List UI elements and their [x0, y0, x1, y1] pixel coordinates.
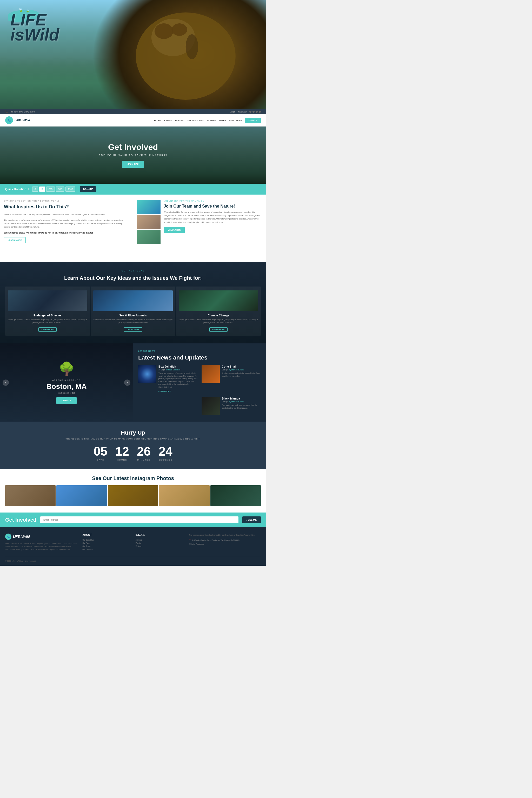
snail-author: by Mark McKohen: [229, 369, 244, 371]
footer-link-animals[interactable]: Animals: [136, 539, 184, 541]
instagram-photo-5[interactable]: [210, 485, 261, 506]
footer-about-col: About Our Candidate Our Party Our Team O…: [82, 534, 130, 551]
volunteer-images: [137, 200, 160, 256]
footer: 🐾 LIFE isWild Content written in the pra…: [0, 527, 266, 566]
climate-learn-more-button[interactable]: LEARN MORE: [209, 327, 227, 332]
hero-logo-text: LIFE isWild: [11, 13, 59, 42]
countdown-hours-number: 12: [115, 445, 129, 458]
inspires-section: STANDING TOGETHER FOR A BETTER WORLD Wha…: [0, 194, 133, 262]
amount-5[interactable]: 5: [39, 187, 45, 192]
amount-3[interactable]: 3: [32, 187, 38, 192]
mamba-image: [202, 397, 220, 415]
snail-title: Cone Snail: [222, 365, 261, 368]
countdown-days: 05 DAYS: [94, 445, 107, 461]
footer-email-link[interactable]: Website Feedback: [189, 543, 261, 545]
jellyfish-learn-more[interactable]: LEARN MORE: [158, 391, 171, 392]
countdown-seconds: 24 SECONDS: [158, 445, 172, 461]
forest-image: [179, 290, 258, 311]
countdown-minutes-label: MINUTES: [137, 459, 151, 461]
key-ideas-title: Learn About Our Key Ideas and the Issues…: [5, 274, 261, 281]
donation-amounts: 3 5 $25 $50 $100: [32, 187, 75, 192]
inspires-learn-more-button[interactable]: LEARN MORE: [4, 237, 26, 243]
amount-25[interactable]: $25: [46, 187, 55, 192]
lecture-next-button[interactable]: ›: [124, 380, 130, 386]
social-youtube[interactable]: [259, 111, 261, 113]
nav-links-container: HOME ABOUT ISSUES GET INVOLVED EVENTS ME…: [154, 118, 261, 123]
social-twitter[interactable]: [252, 111, 254, 113]
jellyfish-excerpt: There are a number of species of box jel…: [158, 372, 198, 388]
news-tag: LATEST NEWS: [138, 350, 261, 352]
hurry-up-section: Hurry Up THE CLOCK IS TICKING, SO HURRY …: [0, 422, 266, 469]
social-instagram[interactable]: [255, 111, 258, 113]
login-link[interactable]: Login: [230, 110, 235, 113]
footer-link-projects[interactable]: Our Projects: [82, 548, 130, 550]
social-facebook[interactable]: [249, 111, 251, 113]
sea-river-title: Sea & River Animals: [93, 314, 173, 317]
news-title: Latest News and Updates: [138, 354, 261, 361]
donate-now-button[interactable]: DONATE: [80, 186, 96, 192]
top-bar: 📞 Toll-free: 800 (234) 6789 Login Regist…: [0, 109, 266, 114]
volunteer-img-3: [137, 230, 160, 244]
footer-description: Content written in the practice of prote…: [5, 542, 77, 551]
footer-link-testing[interactable]: Testing: [136, 545, 184, 547]
sea-river-learn-more-button[interactable]: LEARN MORE: [124, 327, 142, 332]
news-section: LATEST NEWS Latest News and Updates Box …: [133, 343, 266, 422]
snail-image: [202, 365, 220, 383]
hero-logo-container: 🍃 🍃 LIFE isWild: [11, 8, 59, 42]
amount-100[interactable]: $100: [65, 187, 75, 192]
currency-symbol: $: [28, 187, 30, 191]
register-link[interactable]: Register: [238, 110, 247, 113]
mamba-date: 16 Sept.: [222, 401, 229, 403]
inspires-highlight: This much is clear: we cannot afford to …: [4, 231, 128, 234]
hero-banner-subtitle: ADD YOUR NAME TO SAVE THE NATURE!: [99, 154, 167, 157]
footer-address: 📍 410 South Capital Street Southeast Was…: [189, 539, 261, 542]
footer-link-plants[interactable]: Plants: [136, 542, 184, 544]
jellyfish-content: Box Jellyfish 16 Sept. by Mark McKohen T…: [158, 365, 198, 393]
mamba-meta: 16 Sept. by Mark McKohen: [222, 401, 261, 403]
jellyfish-image: [138, 365, 156, 383]
sea-river-text: Lorem ipsum dolor sit amet, consectetur …: [93, 319, 173, 324]
social-links: [249, 111, 261, 113]
volunteer-button[interactable]: VOLUNTEER: [164, 227, 185, 233]
key-idea-sea-river: Sea & River Animals Lorem ipsum dolor si…: [91, 286, 175, 336]
key-idea-climate: Climate Change Lorem ipsum dolor sit ame…: [176, 286, 261, 336]
join-us-button[interactable]: JOIN US!: [122, 161, 144, 168]
footer-grid: 🐾 LIFE isWild Content written in the pra…: [5, 534, 261, 551]
email-input[interactable]: [40, 516, 239, 523]
key-ideas-grid: Endangered Species Lorem ipsum dolor sit…: [5, 286, 261, 336]
countdown-seconds-number: 24: [158, 445, 172, 458]
donate-button[interactable]: DONATE: [245, 118, 261, 123]
nav-issues[interactable]: ISSUES: [175, 119, 184, 121]
footer-link-party[interactable]: Our Party: [82, 542, 130, 544]
nav-events[interactable]: EVENTS: [207, 119, 216, 121]
countdown-hours: 12 HOURS: [115, 445, 129, 461]
hero-banner-content: Get Involved ADD YOUR NAME TO SAVE THE N…: [99, 142, 167, 168]
jellyfish-title: Box Jellyfish: [158, 365, 198, 368]
mamba-title: Black Mamba: [222, 397, 261, 400]
nav-about[interactable]: ABOUT: [164, 119, 172, 121]
hero-section: 🍃 🍃 LIFE isWild: [0, 0, 266, 109]
lecture-prev-button[interactable]: ‹: [3, 380, 9, 386]
amount-50[interactable]: $50: [56, 187, 64, 192]
instagram-photo-2[interactable]: [56, 485, 107, 506]
nav-home[interactable]: HOME: [154, 119, 161, 121]
nav-contacts[interactable]: CONTACTS: [229, 119, 242, 121]
instagram-photo-3[interactable]: [108, 485, 158, 506]
website-preview: 📞 Toll-free: 800 (234) 6789 Login Regist…: [0, 109, 266, 566]
email-submit-button[interactable]: / SEE ME: [242, 516, 261, 523]
get-involved-label: Get Involved: [5, 517, 36, 523]
instagram-photo-1[interactable]: [5, 485, 56, 506]
footer-link-team[interactable]: Our Team: [82, 545, 130, 547]
mamba-author: by Mark McKohen: [229, 401, 244, 403]
countdown: 05 DAYS 12 HOURS 26 MINUTES 24 SECONDS: [5, 445, 261, 461]
svg-point-2: [155, 23, 173, 39]
details-button[interactable]: DETAILS: [56, 397, 77, 404]
endangered-learn-more-button[interactable]: LEARN MORE: [38, 327, 56, 332]
footer-disclaimer-col: This communication is not authorized by …: [189, 534, 261, 551]
seal-image: [93, 290, 173, 311]
footer-link-candidate[interactable]: Our Candidate: [82, 539, 130, 541]
nav-media[interactable]: MEDIA: [219, 119, 226, 121]
instagram-photo-4[interactable]: [159, 485, 209, 506]
footer-bottom: © 2017 Life Is Wild. All rights reserved…: [5, 557, 261, 562]
nav-get-involved[interactable]: GET INVOLVED: [187, 119, 204, 121]
